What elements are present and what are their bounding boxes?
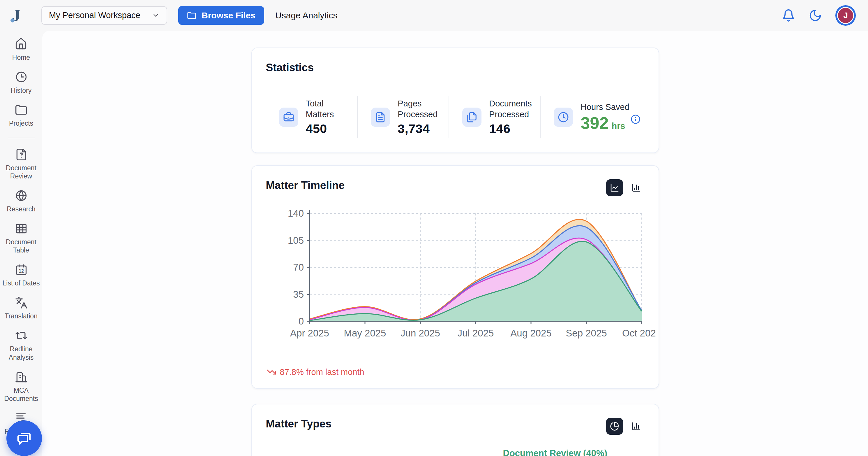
bell-icon[interactable] (782, 9, 795, 22)
main-content: Statistics Total Matters 450 Pages Proce… (42, 31, 868, 456)
logo-dot (10, 18, 14, 23)
globe-icon (15, 189, 28, 202)
calendar-icon: 12 (15, 263, 28, 276)
svg-text:12: 12 (19, 268, 24, 274)
table-icon (15, 222, 28, 235)
svg-text:70: 70 (293, 262, 304, 273)
svg-text:Apr 2025: Apr 2025 (290, 328, 329, 339)
statistics-card: Statistics Total Matters 450 Pages Proce… (251, 48, 659, 153)
sidebar-item-label: Home (12, 53, 30, 61)
sidebar: Home History Projects Document Review Re… (0, 31, 42, 456)
line-chart-toggle-button[interactable] (606, 179, 623, 196)
stat-value: 450 (306, 121, 353, 136)
sidebar-item-mca-documents[interactable]: MCA Documents (3, 371, 40, 403)
workspace-selector-value: My Personal Workspace (49, 10, 141, 20)
svg-text:0: 0 (298, 316, 304, 326)
languages-icon (15, 296, 28, 309)
chevron-down-icon (152, 12, 160, 19)
trend-note-text: 87.8% from last month (280, 367, 364, 377)
sidebar-item-redline-analysis[interactable]: Redline Analysis (3, 329, 40, 361)
stat-documents-processed: Documents Processed 146 (448, 96, 540, 138)
sidebar-item-document-review[interactable]: Document Review (3, 148, 40, 180)
sidebar-item-history[interactable]: History (11, 70, 32, 94)
line-chart-icon (610, 183, 619, 193)
sidebar-item-label: Document Table (3, 238, 40, 254)
svg-text:Oct 2025: Oct 2025 (622, 328, 656, 339)
folder-icon (187, 11, 196, 20)
folder-icon (15, 104, 28, 116)
sidebar-item-label: List of Dates (3, 279, 40, 287)
timeline-chart-type-toggles (606, 179, 645, 196)
bar-chart-icon (631, 183, 641, 193)
stat-value: 3,734 (398, 121, 444, 136)
matter-types-card: Matter Types Document Review (40%) (251, 404, 659, 456)
svg-text:Jun 2025: Jun 2025 (401, 328, 440, 339)
workspace-selector[interactable]: My Personal Workspace (41, 6, 167, 25)
sidebar-item-document-table[interactable]: Document Table (3, 222, 40, 254)
browse-files-button[interactable]: Browse Files (178, 6, 264, 25)
file-question-icon (15, 148, 28, 161)
sidebar-item-list-of-dates[interactable]: 12 List of Dates (3, 263, 40, 287)
svg-text:35: 35 (293, 289, 304, 300)
timeline-chart-area: 03570105140Apr 2025May 2025Jun 2025Jul 2… (266, 206, 645, 340)
sidebar-item-label: Projects (9, 119, 33, 127)
svg-text:Aug 2025: Aug 2025 (510, 328, 551, 339)
copy-icon (462, 108, 482, 127)
types-chart-type-toggles (606, 418, 645, 435)
browse-files-label: Browse Files (202, 10, 255, 21)
statistics-title: Statistics (266, 61, 645, 74)
matter-timeline-title: Matter Timeline (266, 179, 345, 192)
stat-label: Documents Processed (489, 98, 536, 120)
stat-hours-saved: Hours Saved 392 hrs (540, 96, 644, 138)
moon-icon[interactable] (809, 9, 822, 22)
svg-text:140: 140 (287, 208, 304, 219)
sidebar-item-projects[interactable]: Projects (9, 104, 33, 127)
topbar: J My Personal Workspace Browse Files Usa… (0, 0, 868, 31)
clock-icon (554, 108, 573, 127)
building-icon (15, 371, 28, 383)
sidebar-item-research[interactable]: Research (7, 189, 35, 213)
svg-text:105: 105 (287, 235, 304, 246)
timeline-chart: 03570105140Apr 2025May 2025Jun 2025Jul 2… (266, 206, 656, 340)
stat-label: Total Matters (306, 98, 353, 120)
briefcase-icon (279, 108, 298, 127)
sidebar-item-label: Document Review (3, 164, 40, 180)
pie-chart-icon (610, 422, 619, 431)
sidebar-item-label: Research (7, 205, 35, 213)
chat-fab-button[interactable] (6, 421, 42, 456)
matter-types-title: Matter Types (266, 418, 332, 430)
usage-analytics-link[interactable]: Usage Analytics (275, 10, 337, 21)
sidebar-item-translation[interactable]: Translation (5, 296, 38, 320)
home-icon (14, 38, 27, 51)
bar-chart-toggle-button[interactable] (628, 418, 645, 435)
file-text-icon (371, 108, 390, 127)
matter-type-label: Document Review (40%) (503, 448, 607, 456)
bar-chart-icon (631, 422, 641, 431)
trend-note: 87.8% from last month (267, 367, 364, 377)
sidebar-item-home[interactable]: Home (12, 38, 30, 61)
sidebar-item-label: Translation (5, 312, 38, 320)
stat-pages-processed: Pages Processed 3,734 (357, 96, 448, 138)
info-icon[interactable] (630, 114, 641, 124)
repeat-icon (15, 329, 28, 342)
app-logo[interactable]: J (12, 6, 29, 25)
stat-total-matters: Total Matters 450 (266, 96, 358, 138)
svg-text:Sep 2025: Sep 2025 (566, 328, 607, 339)
sidebar-item-label: History (11, 86, 32, 94)
stat-label: Pages Processed (398, 98, 444, 120)
chat-icon (16, 430, 32, 446)
pie-chart-toggle-button[interactable] (606, 418, 623, 435)
sidebar-divider (8, 138, 35, 138)
avatar-initial: J (843, 11, 848, 20)
stat-value: 392 (581, 113, 609, 133)
matter-timeline-card: Matter Timeline 03570105140Apr 2025May 2… (251, 165, 659, 389)
stat-unit: hrs (612, 121, 625, 131)
svg-text:May 2025: May 2025 (344, 328, 386, 339)
history-icon (15, 70, 28, 83)
trending-down-icon (267, 367, 276, 377)
bar-chart-toggle-button[interactable] (628, 179, 645, 196)
statistics-row: Total Matters 450 Pages Processed 3,734 (266, 96, 645, 138)
user-avatar[interactable]: J (835, 5, 856, 26)
topbar-right: J (782, 5, 856, 26)
svg-text:Jul 2025: Jul 2025 (457, 328, 494, 339)
